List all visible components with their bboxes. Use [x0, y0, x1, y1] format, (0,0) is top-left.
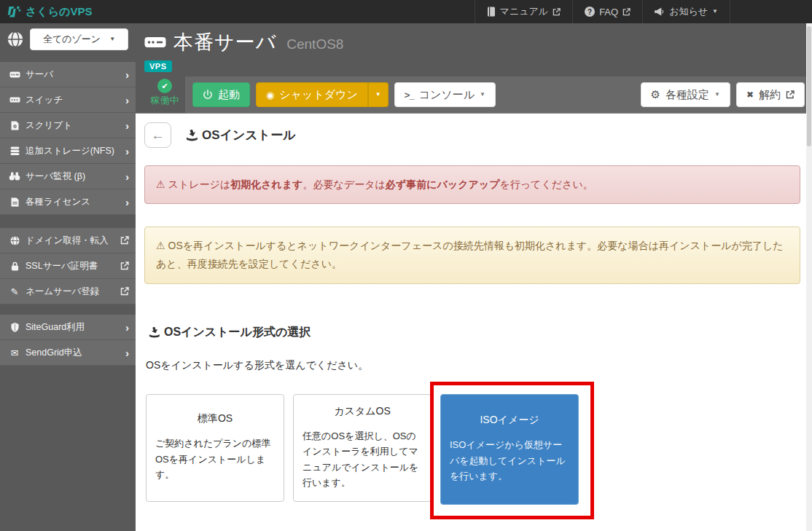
storage-db-icon [9, 146, 20, 156]
sidebar-item-label: ドメイン取得・転入 [26, 235, 115, 247]
alert-danger-text: を行ってください。 [499, 178, 593, 190]
book-icon [487, 7, 496, 17]
network-reset-alert: ⚠OSを再インストールするとネットワークインターフェースの接続先情報も初期化され… [144, 227, 800, 283]
shutdown-dropdown-toggle[interactable]: ▼ [368, 82, 389, 107]
main-area: 本番サーバ CentOS8 VPS ✔ 稼働中 起動 [136, 23, 812, 531]
alert-danger-text: 。必要なデータは [303, 178, 386, 190]
server-icon [9, 71, 20, 78]
section-lead: OSをインストールする形式を選んでください。 [146, 359, 800, 372]
scrollbar-thumb[interactable] [807, 26, 811, 146]
edit-icon: ✎ [9, 286, 20, 297]
server-icon [144, 36, 166, 48]
sidebar-item-label: SSLサーバ証明書 [26, 260, 115, 272]
gear-icon: ⚙ [651, 88, 660, 101]
alert-danger-bold: 必ず事前にバックアップ [386, 178, 500, 190]
nav-faq[interactable]: ? FAQ [572, 0, 642, 23]
nav-manual-label: マニュアル [500, 5, 549, 18]
sidebar-item-label: スクリプト [26, 119, 120, 132]
toolbar: 起動 ◉ シャットダウン ▼ >_ [185, 76, 812, 113]
chevron-right-icon: › [125, 120, 129, 131]
server-name: 本番サーバ [173, 29, 276, 55]
sidebar-item-label: サーバ監視 (β) [26, 170, 120, 183]
server-os-label: CentOS8 [286, 32, 343, 52]
script-file-icon [9, 121, 20, 130]
chevron-right-icon: › [125, 146, 129, 157]
chevron-right-icon: › [125, 95, 129, 106]
content-area: ← OSインストール ⚠ストレージは初期化されます。必要なデータは必ず事前にバッ… [136, 114, 812, 531]
sidebar-item-label: サーバ [26, 68, 120, 81]
sidebar-item-licenses[interactable]: 各種ライセンス › [0, 189, 136, 215]
back-arrow-icon: ← [151, 127, 165, 143]
sidebar-item-script[interactable]: スクリプト › [0, 113, 136, 138]
sidebar-item-monitoring[interactable]: サーバ監視 (β) › [0, 164, 136, 189]
sakura-vps-window: さくらのVPS マニュアル ? FAQ [0, 0, 812, 531]
sidebar-item-label: SiteGuard利用 [26, 321, 120, 334]
shutdown-button-label: シャットダウン [279, 88, 357, 102]
globe-icon [7, 31, 23, 47]
nav-news[interactable]: お知らせ ▼ [642, 0, 730, 23]
back-button[interactable]: ← [144, 122, 171, 148]
sidebar-item-storage[interactable]: 追加ストレージ(NFS) › [0, 138, 136, 164]
console-button-label: コンソール [419, 88, 475, 102]
zone-select-value: 全てのゾーン [43, 33, 101, 46]
zone-select[interactable]: 全てのゾーン ▼ [30, 28, 128, 50]
power-icon [203, 90, 213, 100]
vertical-scrollbar[interactable] [806, 23, 812, 531]
start-button[interactable]: 起動 [192, 82, 250, 107]
sakura-vps-logo-icon [7, 6, 21, 17]
sidebar-item-nameserver[interactable]: ✎ ネームサーバ登録 [0, 279, 136, 304]
sidebar-item-sendgrid[interactable]: ✉ SendGrid申込 › [0, 340, 136, 366]
shutdown-button[interactable]: ◉ シャットダウン [256, 82, 368, 107]
card-body: ご契約されたプランの標準OSを再インストールします。 [155, 436, 275, 482]
card-title: 標準OS [155, 412, 275, 425]
external-link-icon [120, 236, 129, 245]
cancel-button-label: 解約 [759, 88, 781, 102]
top-navigation: マニュアル ? FAQ お知らせ ▼ [475, 0, 730, 23]
alert-warning-text: OSを再インストールするとネットワークインターフェースの接続先情報も初期化されま… [156, 240, 784, 270]
cancel-contract-button[interactable]: ✖ 解約 [736, 82, 805, 107]
brand[interactable]: さくらのVPS [0, 0, 92, 23]
switch-icon [9, 97, 20, 103]
external-link-icon [120, 261, 129, 270]
os-install-icon [149, 327, 160, 338]
sidebar-item-siteguard[interactable]: SiteGuard利用 › [0, 315, 136, 340]
topbar: さくらのVPS マニュアル ? FAQ [0, 0, 812, 23]
card-standard-os[interactable]: 標準OS ご契約されたプランの標準OSを再インストールします。 [146, 394, 284, 502]
sidebar-item-switch[interactable]: スイッチ › [0, 87, 136, 113]
nav-manual[interactable]: マニュアル [475, 0, 573, 23]
caret-down-icon: ▼ [109, 36, 115, 42]
os-install-icon [186, 130, 198, 141]
stop-circle-icon: ◉ [266, 90, 274, 101]
card-title: カスタムOS [302, 405, 422, 418]
close-icon: ✖ [746, 90, 754, 100]
page-title: OSインストール [186, 127, 296, 143]
menu-group-divider [0, 304, 136, 315]
console-button[interactable]: >_ コンソール ▼ [394, 82, 496, 107]
caret-down-icon: ▼ [375, 92, 381, 98]
mail-icon: ✉ [9, 347, 20, 358]
sidebar-item-server[interactable]: サーバ › [0, 62, 136, 87]
settings-button[interactable]: ⚙ 各種設定 ▼ [641, 82, 730, 107]
card-iso-image[interactable]: ISOイメージ ISOイメージから仮想サーバを起動してインストールを行います。 [440, 394, 579, 505]
warning-icon: ⚠ [156, 240, 165, 251]
chevron-right-icon: › [125, 69, 129, 80]
card-body: 任意のOSを選択し、OSのインストーラを利用してマニュアルでインストールを行いま… [302, 428, 422, 491]
binoculars-icon [9, 172, 20, 181]
external-link-icon [622, 8, 631, 16]
card-custom-os[interactable]: カスタムOS 任意のOSを選択し、OSのインストーラを利用してマニュアルでインス… [293, 394, 432, 502]
server-header: 本番サーバ CentOS8 VPS ✔ 稼働中 起動 [136, 23, 812, 114]
card-title: ISOイメージ [450, 414, 569, 427]
shutdown-split-button: ◉ シャットダウン ▼ [256, 82, 389, 107]
alert-danger-text: ストレージは [168, 178, 231, 190]
sidebar-item-domain[interactable]: ドメイン取得・転入 [0, 228, 136, 253]
sidebar-item-label: 追加ストレージ(NFS) [26, 145, 120, 157]
megaphone-icon [655, 7, 665, 16]
sidebar-item-ssl[interactable]: SSLサーバ証明書 [0, 253, 136, 279]
brand-label: さくらのVPS [26, 5, 92, 19]
chevron-right-icon: › [125, 171, 129, 182]
settings-button-label: 各種設定 [665, 88, 709, 102]
status-label: 稼働中 [151, 95, 179, 106]
sidebar-item-label: スイッチ [26, 94, 120, 106]
sidebar: 全てのゾーン ▼ サーバ › スイッチ › スクリプト [0, 23, 136, 531]
red-highlight-annotation: ISOイメージ ISOイメージから仮想サーバを起動してインストールを行います。 [430, 382, 594, 519]
